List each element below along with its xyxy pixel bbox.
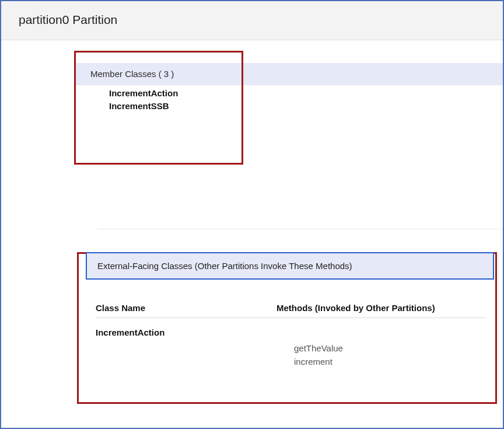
external-facing-header-box: External-Facing Classes (Other Partition…: [86, 252, 494, 280]
page-content: Member Classes ( 3 ) Increment Increment…: [1, 51, 503, 369]
external-facing-header: External-Facing Classes (Other Partition…: [97, 261, 482, 271]
member-classes-header: Member Classes ( 3 ): [76, 63, 503, 85]
column-header-methods: Methods (Invoked by Other Partitions): [276, 303, 487, 313]
cell-class-name: IncrementAction: [96, 327, 276, 337]
column-header-class-name: Class Name: [96, 303, 276, 313]
method-item: increment: [276, 355, 487, 368]
member-class-item: IncrementSSB: [109, 100, 232, 113]
table-row: IncrementAction getTheValue increment: [96, 318, 487, 369]
member-classes-list: Increment IncrementAction IncrementSSB: [74, 51, 243, 124]
external-facing-table: Class Name Methods (Invoked by Other Par…: [96, 303, 487, 369]
member-classes-header-strip: Member Classes ( 3 ): [76, 63, 503, 85]
cell-methods: getTheValue increment: [276, 327, 487, 369]
page-header: partition0 Partition: [1, 1, 503, 40]
method-item: getTheValue: [276, 341, 487, 355]
external-facing-box: External-Facing Classes (Other Partition…: [77, 252, 497, 369]
member-class-item: IncrementAction: [109, 87, 232, 100]
divider: [97, 229, 503, 229]
table-header-row: Class Name Methods (Invoked by Other Par…: [96, 303, 487, 318]
page-title: partition0 Partition: [19, 13, 485, 27]
